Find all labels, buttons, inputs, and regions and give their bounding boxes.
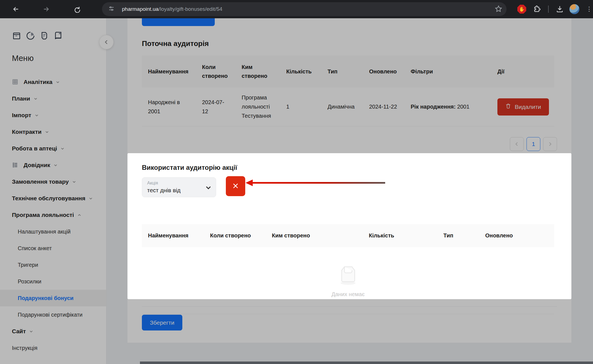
sidebar-item-mailings[interactable]: Розсилки [0, 273, 106, 290]
chevron-down-icon [72, 180, 76, 184]
select-label: Акція [147, 180, 211, 186]
sidebar: Меню Аналітика Плани Імпорт Контракти Ро… [0, 18, 106, 364]
browser-menu-kebab-icon[interactable]: ⋮ [584, 4, 593, 14]
column-header: Найменування [142, 55, 196, 88]
delete-button[interactable]: Видалити [497, 98, 549, 116]
current-audience-title: Поточна аудиторія [142, 39, 209, 48]
column-header: Найменування [142, 224, 204, 247]
clear-selection-button[interactable] [226, 176, 245, 196]
empty-state: Даних немає [142, 247, 554, 314]
sidebar-item-gift-certificates[interactable]: Подарункові сертифікати [0, 306, 106, 323]
use-promo-audience-section: Використати аудиторію акції Акція тест д… [127, 153, 571, 299]
select-value: тест днів від [147, 186, 211, 194]
column-header: Оновлено [479, 224, 554, 247]
partially-scrolled-button[interactable] [142, 18, 215, 26]
pagination-next-button[interactable] [543, 137, 557, 151]
sidebar-item-contracts[interactable]: Контракти [0, 124, 106, 140]
cell-type: Динамічна [321, 88, 363, 126]
column-header: Тип [437, 224, 479, 247]
sidebar-item-directory[interactable]: Довідник [0, 157, 106, 173]
forward-icon[interactable] [41, 4, 52, 14]
sidebar-item-instruction[interactable]: Інструкція [0, 340, 106, 356]
sidebar-item-site[interactable]: Сайт [0, 323, 106, 340]
cell-actions: Видалити [491, 88, 554, 126]
current-audience-table: Найменування Коли створено Ким створено … [142, 55, 554, 126]
table-row: Народжені в 2001 2024-07-12 Програма лоя… [142, 88, 554, 126]
sidebar-item-triggers[interactable]: Тригери [0, 257, 106, 273]
chevron-up-icon [77, 213, 81, 217]
browser-chrome: pharmapoint.ua/loyalty/gift-bonuses/edit… [0, 0, 593, 18]
chevron-down-icon [205, 185, 211, 192]
sidebar-item-promo-settings[interactable]: Налаштування акцій [0, 223, 106, 240]
sidebar-item-gift-bonuses[interactable]: Подарункові бонуси [0, 290, 106, 306]
page-viewport: Меню Аналітика Плани Імпорт Контракти Ро… [0, 18, 593, 364]
arrow-shaft [252, 182, 385, 184]
pagination: 1 [142, 137, 557, 151]
column-header: Фільтри [405, 55, 491, 88]
profile-avatar[interactable] [569, 4, 579, 14]
chevron-down-icon [29, 329, 33, 334]
chevron-down-icon [34, 97, 38, 101]
column-header: Коли створено [204, 224, 266, 247]
chevron-down-icon [53, 163, 58, 167]
pie-chart-icon[interactable] [26, 31, 35, 42]
sidebar-item-plans[interactable]: Плани [0, 90, 106, 107]
grid-icon [12, 79, 19, 85]
pagination-page-1[interactable]: 1 [526, 137, 540, 151]
chevron-down-icon [89, 196, 93, 201]
column-header: Тип [321, 55, 363, 88]
use-audience-title: Використати аудиторію акції [142, 164, 237, 171]
trash-icon [505, 103, 511, 111]
column-header: Оновлено [363, 55, 405, 88]
adblock-extension-icon[interactable]: ✋ [517, 5, 526, 14]
download-icon[interactable] [555, 4, 565, 14]
chevron-down-icon [56, 80, 60, 84]
bookmark-star-icon[interactable] [494, 5, 503, 14]
cell-filters: Рік народження: 2001 [405, 88, 491, 126]
column-header: Кількість [363, 224, 437, 247]
close-icon [231, 182, 240, 191]
site-settings-icon[interactable] [108, 5, 115, 13]
column-header: Кількість [280, 55, 321, 88]
cell-updated-at: 2024-11-22 [363, 88, 405, 126]
archive-box-icon[interactable] [12, 31, 21, 42]
sidebar-item-analytics[interactable]: Аналітика [0, 74, 106, 90]
section-divider [142, 306, 557, 307]
document-icon[interactable] [40, 31, 49, 42]
sidebar-item-loyalty-program[interactable]: Програма лояльності [0, 207, 106, 223]
horizontal-scrollbar[interactable] [0, 361, 593, 364]
toolbar-separator [548, 6, 549, 13]
annotation-arrow [246, 180, 387, 186]
chevron-down-icon [45, 130, 49, 134]
book-icon[interactable] [53, 31, 63, 42]
cell-count: 1 [280, 88, 321, 126]
pagination-prev-button[interactable] [510, 137, 524, 151]
sidebar-item-pharmacy-work[interactable]: Робота в аптеці [0, 140, 106, 157]
list-icon [12, 162, 19, 168]
sidebar-item-goods-order[interactable]: Замовлення товару [0, 173, 106, 190]
sidebar-item-import[interactable]: Імпорт [0, 107, 106, 124]
scrollbar-thumb[interactable] [140, 362, 593, 364]
table-header-row: Найменування Коли створено Ким створено … [142, 55, 554, 88]
url-bar[interactable]: pharmapoint.ua/loyalty/gift-bonuses/edit… [102, 2, 507, 16]
sidebar-collapse-button[interactable] [99, 35, 114, 49]
promo-audience-table: Найменування Коли створено Ким створено … [142, 224, 554, 247]
url-host: pharmapoint.ua [122, 6, 159, 12]
sidebar-item-questionnaires[interactable]: Список анкет [0, 240, 106, 257]
chevron-down-icon [35, 113, 39, 117]
chevron-down-icon [60, 147, 65, 151]
sidebar-menu-title: Меню [12, 54, 34, 63]
back-icon[interactable] [11, 4, 21, 14]
save-button[interactable]: Зберегти [142, 315, 182, 330]
column-header: Коли створено [196, 55, 236, 88]
reload-icon[interactable] [71, 4, 82, 14]
empty-inbox-icon [336, 263, 360, 287]
cell-name: Народжені в 2001 [142, 88, 196, 126]
extensions-puzzle-icon[interactable] [532, 4, 542, 14]
promo-select[interactable]: Акція тест днів від [142, 177, 216, 197]
column-header: Ким створено [236, 55, 280, 88]
sidebar-item-maintenance[interactable]: Технічне обслуговування [0, 190, 106, 207]
url-path: /loyalty/gift-bonuses/edit/54 [159, 6, 222, 12]
content-card: Поточна аудиторія Найменування Коли ство… [127, 18, 571, 343]
column-header: Ким створено [266, 224, 363, 247]
